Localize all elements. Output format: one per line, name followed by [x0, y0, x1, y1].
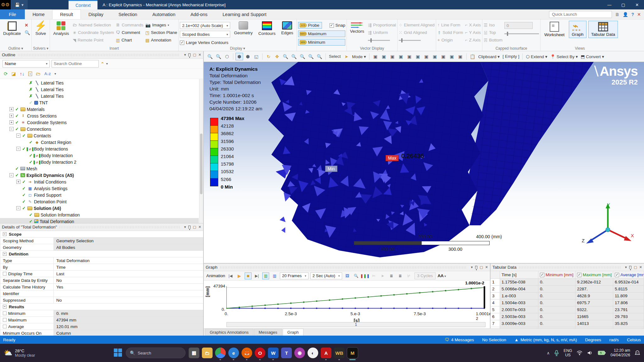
save-icon[interactable]: 💾 [15, 3, 20, 7]
tabular-maximize-icon[interactable]: ▢ [634, 265, 637, 269]
menu-tab-automation[interactable]: Automation [145, 9, 183, 19]
curve-tool-icon[interactable]: ▣ [457, 53, 464, 60]
iso-value-slider[interactable] [504, 33, 539, 34]
eraser-icon[interactable]: ◪ [12, 71, 16, 77]
close-button[interactable]: ✕ [630, 0, 644, 9]
section-plane-button[interactable]: ◳Section Plane [145, 30, 177, 36]
collapse-icon[interactable]: − [16, 134, 20, 138]
microphone-icon[interactable] [554, 350, 559, 356]
filter-field-select[interactable]: Name▾ [3, 60, 50, 68]
filter-collapse-icon[interactable]: ⌃ [101, 61, 104, 66]
table-row[interactable]: 83.5008e-0030.1635741.823 [491, 327, 644, 328]
table-row[interactable]: 31.e-0030.4628.911.809 [491, 293, 644, 299]
solve-button[interactable]: ⚡ Solve [33, 21, 48, 36]
weather-widget[interactable]: ⛅ 28°C Mostly clear [4, 348, 64, 358]
marker-icon[interactable]: ⊬ [406, 272, 413, 279]
element-aligned-button[interactable]: ⁘Element Aligned [399, 22, 435, 28]
expand-all-icon[interactable]: + [28, 72, 32, 76]
details-row-average[interactable]: Average120.01 mm [0, 323, 203, 330]
column-header-Maximum [mm][interactable]: ✓Maximum [mm] [575, 271, 613, 278]
search-outline-input[interactable] [52, 60, 99, 68]
iso-button[interactable]: ☰Iso [484, 22, 502, 28]
tree-item-body-interaction-2[interactable]: ✓❚⇄❚Body Interaction 2 [0, 159, 199, 165]
bottom-tab-graphics-annotations[interactable]: Graphics Annotations [205, 329, 253, 336]
outline-maximize-icon[interactable]: ▢ [193, 53, 196, 57]
tree-item-materials[interactable]: +✓Materials [0, 106, 199, 112]
tree-item-contact-region[interactable]: ✓◆Contact Region [0, 139, 199, 145]
tree-item-contacts[interactable]: −✓Contacts [0, 132, 199, 139]
qat-dropdown-icon[interactable]: ▾ [21, 3, 24, 7]
details-row-scoping-method[interactable]: Scoping MethodGeometry Selection [0, 238, 203, 244]
table-row[interactable]: 73.0009e-0030.1401335.825 [491, 320, 644, 327]
collapse-group-icon[interactable]: − [3, 305, 7, 309]
details-row-identifier[interactable]: Identifier [0, 290, 203, 297]
result-scale-select[interactable]: 2.1e+002 (Auto Scale)▾ [180, 22, 230, 29]
viewport-3d[interactable]: A: Explicit Dynamics Total DeformationTy… [204, 62, 644, 263]
details-row-type[interactable]: TypeTotal Deformation [0, 257, 203, 264]
row-checkbox[interactable] [3, 311, 7, 315]
collapse-icon[interactable]: − [9, 173, 14, 177]
zoom-time-icon[interactable]: 🔍 [353, 272, 360, 279]
cycles-select[interactable]: 3 Cycles [414, 272, 436, 279]
expand-icon[interactable]: + [9, 107, 14, 111]
notes-icon[interactable]: 🗎 [615, 12, 619, 17]
uniform-button[interactable]: ⇶Uniform [368, 30, 396, 36]
worksheet-button[interactable]: Worksheet [542, 21, 567, 38]
tree-item-explicit-dynamics-a5-[interactable]: −✓∿Explicit Dynamics (A5) [0, 172, 199, 178]
select-edges-icon[interactable]: ▣ [380, 53, 388, 60]
tree-item-fixed-support[interactable]: ✓◻Fixed Support [0, 192, 199, 198]
clipboard-dropdown[interactable]: Clipboard ▾ [477, 54, 501, 59]
comment-button[interactable]: 🗨Comment [116, 30, 144, 36]
tabular-data-button[interactable]: Tabular Data [588, 21, 618, 38]
details-pin-icon[interactable] [188, 226, 191, 229]
edges-button[interactable]: Edges [279, 21, 295, 36]
details-close-icon[interactable]: ✕ [198, 225, 201, 229]
tree-item-cross-sections[interactable]: +✓ICross Sections [0, 112, 199, 119]
zoom-sel-icon[interactable]: 🔍 [316, 53, 323, 60]
grid-density-slider[interactable] [399, 40, 421, 41]
chrome-app-icon[interactable] [215, 348, 226, 358]
status-messages[interactable]: 🗨4 Messages [445, 337, 474, 342]
rescale-cube-icon[interactable]: ⬢ [244, 53, 252, 60]
maximum-button[interactable]: MAXMaximum [298, 30, 346, 37]
column-header-Minimum [mm][interactable]: ✓Minimum [mm] [538, 271, 575, 278]
rotate-icon[interactable]: ↻ [265, 53, 272, 60]
outline-close-icon[interactable]: ✕ [198, 53, 201, 57]
first-frame-icon[interactable]: |◀ [227, 272, 234, 279]
status-celsius[interactable]: Celsius [627, 337, 641, 342]
row-checkbox[interactable] [3, 272, 7, 276]
solid-form-button[interactable]: ⇑Solid Form [437, 30, 463, 36]
named-selection-button[interactable]: 🗁Named Selection [73, 22, 114, 28]
tabular-pin-icon[interactable] [629, 266, 631, 269]
expand-icon[interactable]: + [9, 120, 14, 124]
bottom-tab-graph[interactable]: Graph [283, 329, 303, 336]
rgb-columns-icon[interactable]: ❚❚❚ [362, 272, 369, 279]
tree-item-lateral-ties[interactable]: ✗╲Lateral Ties [0, 86, 199, 93]
details-row-geometry[interactable]: GeometryAll Bodies [0, 244, 203, 251]
status-units[interactable]: ▲Metric (mm, kg, N, s, mV, mA) [514, 337, 577, 342]
acrobat-app-icon[interactable]: A [321, 348, 331, 358]
column-header-index[interactable] [491, 271, 500, 278]
outline-menu-icon[interactable]: ▾ [184, 53, 186, 57]
tree-item-detonation-point[interactable]: ✓✎Detonation Point [0, 198, 199, 205]
task-view-app-icon[interactable]: ▦ [189, 348, 199, 358]
status-degrees[interactable]: Degrees [585, 337, 601, 342]
tree-item-total-deformation[interactable]: ✓Total Deformation [0, 218, 199, 223]
filter-folder-icon[interactable]: 🗁 [36, 71, 41, 76]
volume-icon[interactable] [587, 350, 593, 355]
min-probe-label[interactable]: Min [325, 166, 337, 172]
select-bodies-icon[interactable]: ▣ [397, 53, 405, 60]
collapse-icon[interactable]: − [16, 206, 20, 210]
graph-close-icon[interactable]: ✕ [485, 265, 488, 269]
label-note-icon[interactable]: ▣ [448, 53, 456, 60]
details-maximize-icon[interactable]: ▢ [193, 225, 196, 229]
tree-item-mesh[interactable]: ✓Mesh [0, 165, 199, 172]
select-vertices-icon[interactable]: ▣ [372, 53, 379, 60]
find-icon[interactable]: 🔍 [25, 30, 30, 35]
quick-launch-input[interactable] [549, 11, 612, 18]
tabular-menu-icon[interactable]: ▾ [625, 265, 627, 269]
language-indicator[interactable]: ENGUS [564, 348, 572, 357]
graph-maximize-icon[interactable]: ▢ [480, 265, 483, 269]
zoom-prev-icon[interactable]: 🔍 [299, 53, 306, 60]
column-checkbox[interactable]: ✓ [577, 273, 581, 277]
